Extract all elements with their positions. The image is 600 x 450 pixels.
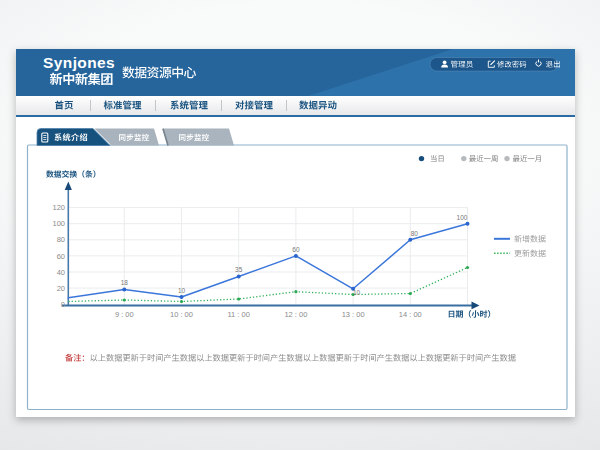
svg-text:9 : 00: 9 : 00 xyxy=(115,310,134,319)
svg-text:80: 80 xyxy=(57,235,65,244)
svg-text:12 : 00: 12 : 00 xyxy=(284,310,307,319)
svg-text:80: 80 xyxy=(411,230,419,237)
svg-text:20: 20 xyxy=(57,284,65,293)
svg-text:13 : 00: 13 : 00 xyxy=(342,310,365,319)
svg-text:35: 35 xyxy=(235,266,243,273)
svg-text:10 : 00: 10 : 00 xyxy=(170,310,193,319)
svg-text:60: 60 xyxy=(292,246,300,253)
svg-text:10: 10 xyxy=(178,287,186,294)
svg-text:14 : 00: 14 : 00 xyxy=(399,310,422,319)
svg-text:60: 60 xyxy=(57,252,65,261)
svg-text:40: 40 xyxy=(57,268,65,277)
svg-text:100: 100 xyxy=(457,214,468,221)
svg-text:10: 10 xyxy=(353,289,361,296)
svg-text:18: 18 xyxy=(121,279,129,286)
svg-text:100: 100 xyxy=(52,219,65,228)
svg-text:11 : 00: 11 : 00 xyxy=(228,310,250,319)
svg-text:120: 120 xyxy=(52,203,65,212)
svg-text:0: 0 xyxy=(61,300,65,309)
